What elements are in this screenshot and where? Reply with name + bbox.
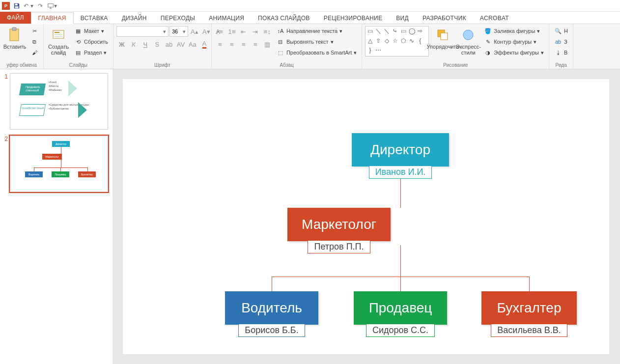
align-center-button[interactable]: ≡ xyxy=(226,39,237,50)
indent-button[interactable]: ⇥ xyxy=(250,26,261,37)
numbering-button[interactable]: 1≡ xyxy=(226,26,237,37)
tab-animation[interactable]: АНИМАЦИЯ xyxy=(202,13,251,24)
shape-outline-button[interactable]: ✎Контур фигуры ▾ xyxy=(482,37,546,47)
slide-thumbnails[interactable]: 1 Продоволь ственный •Хлеб•Масло•Майонез… xyxy=(0,69,113,364)
font-family-combo[interactable]: ▾ xyxy=(116,26,169,37)
group-font: ▾ ▾ A▴ A▾ A̷ Ж К Ч S ab AV Aa A Шрифт xyxy=(113,24,212,69)
line-spacing-button[interactable]: ≡↕ xyxy=(262,26,273,37)
replace-button[interactable]: abЗ xyxy=(552,37,570,47)
section-button[interactable]: ▤Раздел ▾ xyxy=(72,48,110,57)
shape-rect2-icon[interactable]: ▭ xyxy=(400,28,407,34)
thumb-number: 1 xyxy=(3,73,10,130)
tab-design[interactable]: ДИЗАЙН xyxy=(115,13,154,24)
tab-file[interactable]: ФАЙЛ xyxy=(0,12,31,24)
tab-insert[interactable]: ВСТАВКА xyxy=(74,13,115,24)
slide-thumbnail-1[interactable]: Продоволь ственный •Хлеб•Масло•Майонез Х… xyxy=(10,73,108,130)
arrow-icon xyxy=(78,102,87,118)
shape-callout-icon[interactable]: ⬠ xyxy=(400,37,407,44)
org-node-seller[interactable]: Продавец Сидоров С.С. xyxy=(354,291,447,337)
chevron-down-icon[interactable]: ▾ xyxy=(181,28,188,35)
font-color-button[interactable]: A xyxy=(199,39,210,50)
italic-button[interactable]: К xyxy=(128,39,139,50)
tab-transitions[interactable]: ПЕРЕХОДЫ xyxy=(154,13,202,24)
shapes-gallery[interactable]: ▭ ＼ ＼ ⤷ ▭ ◯ ⇨ △ ⇧ ◇ ☆ ⬠ ∿ { } ⋯ xyxy=(365,26,429,56)
slide-thumbnail-2[interactable]: Директор Маркетолог Водитель Продавец Бу… xyxy=(10,136,108,192)
bold-button[interactable]: Ж xyxy=(116,39,127,50)
find-button[interactable]: 🔍Н xyxy=(552,26,570,36)
shape-star-icon[interactable]: ☆ xyxy=(392,37,398,44)
increase-font-button[interactable]: A▴ xyxy=(189,26,200,37)
connector xyxy=(400,277,401,291)
svg-rect-3 xyxy=(10,29,19,41)
quick-styles-button[interactable]: Экспресс- стили xyxy=(456,26,480,58)
new-slide-button[interactable]: Создать слайд xyxy=(47,26,70,58)
align-left-button[interactable]: ≡ xyxy=(215,39,225,50)
tab-review[interactable]: РЕЦЕНЗИРОВАНИЕ xyxy=(317,13,390,24)
justify-button[interactable]: ≡ xyxy=(250,39,261,50)
shape-fill-button[interactable]: 🪣Заливка фигуры ▾ xyxy=(482,26,546,36)
org-node-accountant[interactable]: Бухгалтер Васильева В.В. xyxy=(481,291,577,337)
columns-button[interactable]: ▥ xyxy=(262,39,273,50)
org-node-marketer[interactable]: Маркетолог Петров П.П. xyxy=(287,208,391,253)
align-right-button[interactable]: ≡ xyxy=(238,39,249,50)
connector xyxy=(400,245,401,277)
new-slide-label: Создать слайд xyxy=(48,44,69,56)
shadow-button[interactable]: ab xyxy=(164,39,174,50)
qat-save-button[interactable] xyxy=(12,1,22,11)
smartart-button[interactable]: ⬚Преобразовать в SmartArt ▾ xyxy=(275,48,359,57)
qat-undo-button[interactable]: ↶ ▾ xyxy=(24,1,33,11)
decrease-font-button[interactable]: A▾ xyxy=(201,26,212,37)
font-family-input[interactable] xyxy=(117,28,161,34)
connector xyxy=(272,277,272,291)
reset-button[interactable]: ⟲Сбросить xyxy=(72,37,110,47)
tab-home[interactable]: ГЛАВНАЯ xyxy=(31,12,74,24)
shape-line-icon[interactable]: ＼ xyxy=(375,28,382,34)
select-icon: ⭳ xyxy=(554,49,562,56)
paste-button[interactable]: Вставить xyxy=(3,26,27,58)
format-painter-button[interactable]: 🖌 xyxy=(28,48,40,57)
shape-oval-icon[interactable]: ◯ xyxy=(408,28,415,34)
slide[interactable]: Директор Иванов И.И. Маркетолог Петров П… xyxy=(123,79,609,354)
tab-slideshow[interactable]: ПОКАЗ СЛАЙДОВ xyxy=(251,13,317,24)
text-direction-button[interactable]: ↕AНаправление текста ▾ xyxy=(275,26,359,36)
shape-line2-icon[interactable]: ＼ xyxy=(383,28,390,34)
shape-effects-button[interactable]: ◑Эффекты фигуры ▾ xyxy=(482,48,546,57)
qat-slideshow-button[interactable]: ▾ xyxy=(47,1,57,11)
replace-icon: ab xyxy=(554,38,562,46)
tab-view[interactable]: ВИД xyxy=(389,13,416,24)
align-text-button[interactable]: ⊟Выровнять текст ▾ xyxy=(275,37,359,47)
copy-button[interactable]: ⧉ xyxy=(28,37,40,47)
edit-area: 1 Продоволь ственный •Хлеб•Масло•Майонез… xyxy=(0,69,620,364)
shape-more-icon[interactable]: ⋯ xyxy=(375,47,382,54)
select-button[interactable]: ⭳В xyxy=(552,48,570,57)
strike-button[interactable]: S xyxy=(152,39,163,50)
group-clipboard: Вставить ✂ ⧉ 🖌 уфер обмена xyxy=(0,24,44,69)
spacing-button[interactable]: AV xyxy=(175,39,186,50)
font-size-input[interactable] xyxy=(170,28,181,34)
underline-button[interactable]: Ч xyxy=(140,39,151,50)
org-node-director[interactable]: Директор Иванов И.И. xyxy=(352,133,449,179)
case-button[interactable]: Aa xyxy=(187,39,198,50)
font-size-combo[interactable]: ▾ xyxy=(169,26,188,37)
shape-connector-icon[interactable]: ⤷ xyxy=(392,28,398,34)
shape-brace-icon[interactable]: { xyxy=(417,37,423,44)
slide-canvas[interactable]: Директор Иванов И.И. Маркетолог Петров П… xyxy=(113,69,620,364)
tab-developer[interactable]: РАЗРАБОТЧИК xyxy=(416,13,473,24)
outdent-button[interactable]: ⇤ xyxy=(238,26,249,37)
shape-rect-icon[interactable]: ▭ xyxy=(366,28,373,34)
chevron-down-icon[interactable]: ▾ xyxy=(161,28,168,35)
bullets-button[interactable]: •≡ xyxy=(215,26,225,37)
tab-acrobat[interactable]: ACROBAT xyxy=(473,13,516,24)
shape-arrow-icon[interactable]: ⇨ xyxy=(417,28,423,34)
shape-tri-icon[interactable]: △ xyxy=(366,37,373,44)
arrange-button[interactable]: Упорядочить xyxy=(431,26,454,58)
shape-brace2-icon[interactable]: } xyxy=(366,47,373,54)
cut-button[interactable]: ✂ xyxy=(28,26,40,36)
qat-redo-button[interactable]: ↷ xyxy=(35,1,45,11)
shape-curve-icon[interactable]: ∿ xyxy=(408,37,415,44)
layout-button[interactable]: ▦Макет ▾ xyxy=(72,26,110,36)
shape-diamond-icon[interactable]: ◇ xyxy=(383,37,390,44)
org-node-driver[interactable]: Водитель Борисов Б.Б. xyxy=(225,291,318,337)
shape-arrow2-icon[interactable]: ⇧ xyxy=(375,37,382,44)
effects-icon: ◑ xyxy=(484,49,492,56)
